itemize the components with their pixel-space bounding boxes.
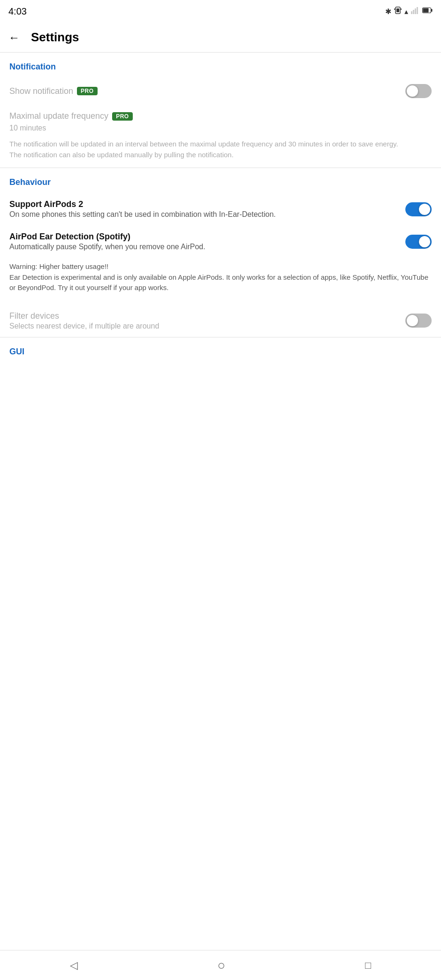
maximal-update-frequency-row[interactable]: Maximal update frequency PRO 10 minutes [9, 105, 432, 139]
airpod-ear-detection-content: AirPod Ear Detection (Spotify) Automatic… [9, 232, 405, 251]
svg-rect-5 [413, 10, 414, 14]
support-airpods-2-row: Support AirPods 2 On some phones this se… [9, 193, 432, 225]
support-airpods-2-toggle[interactable] [405, 202, 432, 216]
back-button[interactable]: ← [8, 31, 20, 44]
svg-rect-9 [423, 8, 429, 13]
behaviour-warning-text: Warning: Higher battery usage!! Ear Dete… [9, 258, 432, 301]
filter-devices-toggle[interactable] [405, 314, 432, 328]
bluetooth-icon: ✱ [385, 7, 391, 16]
nav-recent-button[interactable]: □ [365, 959, 371, 972]
support-airpods-2-knob [419, 204, 430, 215]
filter-devices-content: Filter devices Selects nearest device, i… [9, 311, 405, 330]
gui-section-title: GUI [9, 347, 432, 357]
svg-rect-10 [431, 9, 433, 12]
support-airpods-2-label: Support AirPods 2 [9, 199, 398, 209]
signal-icon [411, 7, 419, 16]
maximal-update-frequency-pro-badge: PRO [112, 112, 133, 121]
status-bar: 4:03 ✱ ▴ [0, 0, 441, 23]
top-bar: ← Settings [0, 23, 441, 53]
support-airpods-2-content: Support AirPods 2 On some phones this se… [9, 199, 405, 219]
show-notification-row: Show notification PRO [9, 77, 432, 105]
svg-rect-4 [411, 11, 412, 14]
maximal-update-frequency-sublabel: 10 minutes [9, 124, 46, 132]
notification-info-text: The notification will be updated in an i… [9, 139, 432, 168]
status-icons: ✱ ▴ [385, 6, 433, 16]
battery-icon [422, 7, 433, 15]
show-notification-content: Show notification PRO [9, 86, 405, 96]
svg-rect-7 [417, 7, 418, 14]
svg-rect-2 [394, 8, 395, 10]
svg-rect-3 [401, 8, 402, 10]
airpod-ear-detection-toggle[interactable] [405, 235, 432, 249]
nav-home-button[interactable]: ○ [217, 958, 225, 973]
airpod-ear-detection-row: AirPod Ear Detection (Spotify) Automatic… [9, 225, 432, 258]
show-notification-knob [407, 85, 418, 97]
svg-rect-6 [415, 8, 416, 14]
svg-rect-1 [396, 8, 399, 12]
airpod-ear-detection-label: AirPod Ear Detection (Spotify) [9, 232, 398, 242]
behaviour-section-title: Behaviour [9, 177, 432, 187]
wifi-icon: ▴ [404, 7, 408, 16]
status-time: 4:03 [8, 6, 27, 17]
nav-back-button[interactable]: ◁ [70, 959, 78, 972]
page-title: Settings [31, 30, 79, 45]
section-gui: GUI [0, 337, 441, 357]
airpod-ear-detection-knob [419, 236, 430, 247]
show-notification-toggle[interactable] [405, 84, 432, 98]
vibrate-icon [394, 6, 402, 16]
maximal-update-frequency-label: Maximal update frequency PRO [9, 111, 133, 121]
support-airpods-2-sublabel: On some phones this setting can't be use… [9, 210, 398, 219]
notification-section-title: Notification [9, 62, 432, 72]
show-notification-label: Show notification PRO [9, 86, 398, 96]
section-notification: Notification Show notification PRO Maxim… [0, 53, 441, 168]
bottom-nav: ◁ ○ □ [0, 950, 441, 980]
filter-devices-knob [407, 315, 418, 326]
filter-devices-row: Filter devices Selects nearest device, i… [9, 305, 432, 337]
airpod-ear-detection-sublabel: Automatically pause Spotify, when you re… [9, 243, 398, 251]
filter-devices-label: Filter devices [9, 311, 398, 321]
show-notification-pro-badge: PRO [77, 87, 98, 95]
section-behaviour: Behaviour Support AirPods 2 On some phon… [0, 168, 441, 337]
filter-devices-sublabel: Selects nearest device, if multiple are … [9, 322, 398, 330]
